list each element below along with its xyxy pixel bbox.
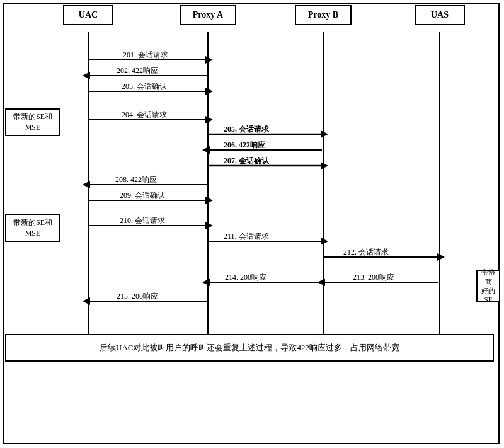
svg-text:211. 会话请求: 211. 会话请求	[224, 232, 269, 241]
side-label-1: 带新的SE和MSE	[5, 108, 60, 136]
arrows-svg: 201. 会话请求 202. 422响应 203. 会话确认 204. 会话请求…	[0, 0, 504, 448]
svg-text:213. 200响应: 213. 200响应	[353, 273, 394, 282]
entity-uas: UAS	[415, 5, 465, 25]
side-label-2-text: 带新的SE和MSE	[10, 217, 55, 239]
svg-marker-31	[321, 238, 328, 245]
proxyA-label: Proxy A	[193, 10, 223, 20]
svg-marker-4	[83, 72, 90, 79]
entity-proxyB: Proxy B	[295, 5, 352, 25]
right-label-text: 带协商好的SE	[481, 268, 495, 304]
svg-text:201. 会话请求: 201. 会话请求	[123, 50, 168, 59]
uas-label: UAS	[431, 10, 449, 20]
svg-text:203. 会话确认: 203. 会话确认	[122, 82, 167, 91]
svg-text:214. 200响应: 214. 200响应	[225, 273, 266, 282]
svg-marker-7	[205, 88, 213, 95]
uac-label: UAC	[79, 10, 98, 20]
side-label-1-text: 带新的SE和MSE	[10, 112, 55, 133]
svg-marker-19	[321, 162, 328, 169]
svg-marker-10	[205, 116, 213, 123]
entity-uac: UAC	[63, 5, 113, 25]
bottom-note-text: 后续UAC对此被叫用户的呼叫还会重复上述过程，导致422响应过多，占用网络带宽	[100, 342, 399, 353]
svg-text:207. 会话确认: 207. 会话确认	[224, 156, 270, 165]
svg-text:204. 会话请求: 204. 会话请求	[122, 110, 167, 119]
svg-text:202. 422响应: 202. 422响应	[117, 66, 158, 75]
right-label: 带协商好的SE	[476, 270, 500, 302]
svg-marker-1	[205, 56, 213, 64]
svg-marker-43	[83, 297, 90, 305]
proxyB-label: Proxy B	[308, 10, 338, 20]
svg-text:206. 422响应: 206. 422响应	[224, 141, 266, 149]
svg-marker-22	[83, 181, 90, 188]
svg-text:208. 422响应: 208. 422响应	[115, 175, 157, 184]
svg-text:210. 会话请求: 210. 会话请求	[120, 216, 165, 225]
svg-marker-34	[437, 253, 445, 261]
svg-marker-13	[321, 130, 328, 138]
svg-marker-40	[202, 279, 210, 286]
bottom-note: 后续UAC对此被叫用户的呼叫还会重复上述过程，导致422响应过多，占用网络带宽	[5, 334, 494, 362]
svg-text:209. 会话确认: 209. 会话确认	[120, 191, 165, 200]
svg-text:212. 会话请求: 212. 会话请求	[343, 248, 389, 256]
side-label-2: 带新的SE和MSE	[5, 214, 60, 242]
svg-marker-16	[202, 146, 210, 154]
svg-text:205. 会话请求: 205. 会话请求	[224, 125, 270, 134]
entity-proxyA: Proxy A	[180, 5, 236, 25]
diagram-container: UAC Proxy A Proxy B UAS 201. 会话请求 202. 4…	[0, 0, 504, 448]
svg-marker-25	[205, 197, 213, 204]
svg-text:215. 200响应: 215. 200响应	[117, 292, 158, 301]
svg-marker-28	[205, 222, 213, 229]
